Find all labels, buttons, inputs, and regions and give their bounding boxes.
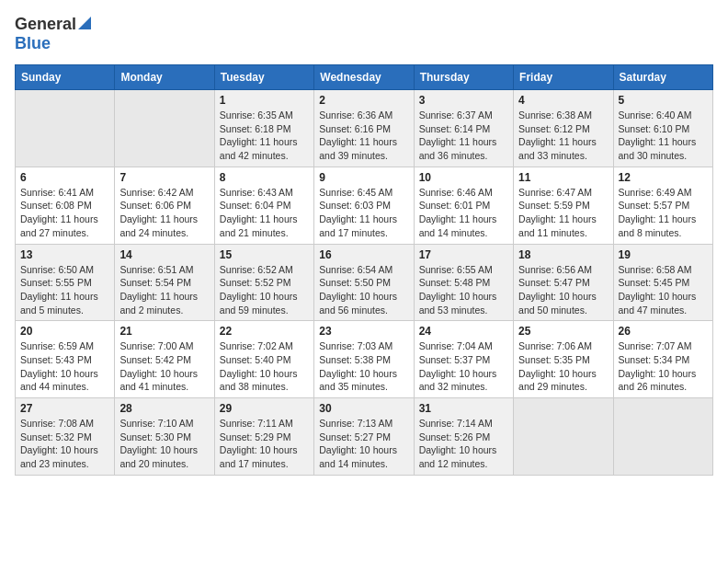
day-detail: Sunrise: 7:04 AMSunset: 5:37 PMDaylight:… bbox=[419, 339, 508, 394]
day-number: 14 bbox=[119, 248, 209, 261]
day-number: 13 bbox=[20, 248, 109, 261]
calendar-cell bbox=[613, 398, 712, 476]
day-number: 4 bbox=[518, 94, 608, 107]
calendar-cell: 27Sunrise: 7:08 AMSunset: 5:32 PMDayligh… bbox=[16, 398, 115, 476]
day-detail: Sunrise: 6:35 AMSunset: 6:18 PMDaylight:… bbox=[220, 109, 309, 163]
calendar-cell: 26Sunrise: 7:07 AMSunset: 5:34 PMDayligh… bbox=[613, 321, 712, 398]
day-number: 2 bbox=[319, 94, 408, 107]
calendar-cell: 11Sunrise: 6:47 AMSunset: 5:59 PMDayligh… bbox=[514, 167, 613, 244]
calendar-table: SundayMondayTuesdayWednesdayThursdayFrid… bbox=[15, 64, 713, 476]
calendar-cell: 20Sunrise: 6:59 AMSunset: 5:43 PMDayligh… bbox=[16, 321, 115, 398]
day-detail: Sunrise: 6:52 AMSunset: 5:52 PMDaylight:… bbox=[220, 263, 309, 317]
day-detail: Sunrise: 6:54 AMSunset: 5:50 PMDaylight:… bbox=[319, 263, 408, 317]
calendar-cell: 29Sunrise: 7:11 AMSunset: 5:29 PMDayligh… bbox=[214, 398, 313, 476]
day-number: 21 bbox=[119, 325, 209, 338]
day-number: 6 bbox=[20, 171, 109, 184]
day-number: 12 bbox=[619, 171, 708, 184]
day-detail: Sunrise: 6:38 AMSunset: 6:12 PMDaylight:… bbox=[518, 109, 608, 163]
day-number: 18 bbox=[518, 248, 608, 261]
day-detail: Sunrise: 6:46 AMSunset: 6:01 PMDaylight:… bbox=[419, 186, 508, 240]
day-detail: Sunrise: 6:50 AMSunset: 5:55 PMDaylight:… bbox=[20, 263, 109, 317]
calendar-week-3: 13Sunrise: 6:50 AMSunset: 5:55 PMDayligh… bbox=[16, 244, 713, 321]
day-detail: Sunrise: 6:45 AMSunset: 6:03 PMDaylight:… bbox=[319, 186, 408, 240]
day-number: 9 bbox=[319, 171, 408, 184]
weekday-header-thursday: Thursday bbox=[414, 65, 513, 90]
day-detail: Sunrise: 7:00 AMSunset: 5:42 PMDaylight:… bbox=[119, 339, 209, 394]
logo-blue: Blue bbox=[15, 34, 51, 52]
calendar-cell: 30Sunrise: 7:13 AMSunset: 5:27 PMDayligh… bbox=[314, 398, 414, 476]
day-detail: Sunrise: 7:07 AMSunset: 5:34 PMDaylight:… bbox=[619, 339, 708, 394]
day-detail: Sunrise: 7:06 AMSunset: 5:35 PMDaylight:… bbox=[518, 339, 608, 394]
day-detail: Sunrise: 6:47 AMSunset: 5:59 PMDaylight:… bbox=[518, 186, 608, 240]
calendar-cell: 7Sunrise: 6:42 AMSunset: 6:06 PMDaylight… bbox=[115, 167, 214, 244]
svg-marker-0 bbox=[78, 17, 91, 29]
day-number: 20 bbox=[20, 325, 109, 338]
day-number: 28 bbox=[119, 402, 209, 415]
day-detail: Sunrise: 7:08 AMSunset: 5:32 PMDaylight:… bbox=[20, 417, 109, 471]
day-number: 22 bbox=[220, 325, 309, 338]
calendar-cell: 14Sunrise: 6:51 AMSunset: 5:54 PMDayligh… bbox=[115, 244, 214, 321]
weekday-header-monday: Monday bbox=[115, 65, 214, 90]
day-detail: Sunrise: 6:51 AMSunset: 5:54 PMDaylight:… bbox=[119, 263, 209, 317]
day-detail: Sunrise: 7:10 AMSunset: 5:30 PMDaylight:… bbox=[119, 417, 209, 471]
calendar-cell: 23Sunrise: 7:03 AMSunset: 5:38 PMDayligh… bbox=[314, 321, 414, 398]
day-number: 3 bbox=[419, 94, 508, 107]
calendar-cell bbox=[115, 90, 214, 167]
calendar-cell: 24Sunrise: 7:04 AMSunset: 5:37 PMDayligh… bbox=[414, 321, 513, 398]
calendar-cell: 9Sunrise: 6:45 AMSunset: 6:03 PMDaylight… bbox=[314, 167, 414, 244]
day-number: 16 bbox=[319, 248, 408, 261]
calendar-cell bbox=[514, 398, 613, 476]
day-number: 23 bbox=[319, 325, 408, 338]
day-number: 19 bbox=[619, 248, 708, 261]
day-detail: Sunrise: 6:58 AMSunset: 5:45 PMDaylight:… bbox=[619, 263, 708, 317]
day-detail: Sunrise: 7:14 AMSunset: 5:26 PMDaylight:… bbox=[419, 417, 508, 471]
weekday-header-tuesday: Tuesday bbox=[214, 65, 313, 90]
day-number: 5 bbox=[619, 94, 708, 107]
day-number: 1 bbox=[220, 94, 309, 107]
weekday-header-saturday: Saturday bbox=[613, 65, 712, 90]
calendar-cell: 22Sunrise: 7:02 AMSunset: 5:40 PMDayligh… bbox=[214, 321, 313, 398]
calendar-week-4: 20Sunrise: 6:59 AMSunset: 5:43 PMDayligh… bbox=[16, 321, 713, 398]
calendar-cell: 16Sunrise: 6:54 AMSunset: 5:50 PMDayligh… bbox=[314, 244, 414, 321]
weekday-header-sunday: Sunday bbox=[16, 65, 115, 90]
calendar-cell: 4Sunrise: 6:38 AMSunset: 6:12 PMDaylight… bbox=[514, 90, 613, 167]
day-detail: Sunrise: 6:59 AMSunset: 5:43 PMDaylight:… bbox=[20, 339, 109, 394]
calendar-cell: 3Sunrise: 6:37 AMSunset: 6:14 PMDaylight… bbox=[414, 90, 513, 167]
day-detail: Sunrise: 7:11 AMSunset: 5:29 PMDaylight:… bbox=[220, 417, 309, 471]
day-detail: Sunrise: 6:40 AMSunset: 6:10 PMDaylight:… bbox=[619, 109, 708, 163]
calendar-cell: 21Sunrise: 7:00 AMSunset: 5:42 PMDayligh… bbox=[115, 321, 214, 398]
day-number: 29 bbox=[220, 402, 309, 415]
calendar-cell: 6Sunrise: 6:41 AMSunset: 6:08 PMDaylight… bbox=[16, 167, 115, 244]
calendar-cell: 8Sunrise: 6:43 AMSunset: 6:04 PMDaylight… bbox=[214, 167, 313, 244]
day-number: 15 bbox=[220, 248, 309, 261]
day-number: 31 bbox=[419, 402, 508, 415]
day-number: 26 bbox=[619, 325, 708, 338]
day-number: 8 bbox=[220, 171, 309, 184]
day-number: 30 bbox=[319, 402, 408, 415]
calendar-cell: 5Sunrise: 6:40 AMSunset: 6:10 PMDaylight… bbox=[613, 90, 712, 167]
calendar-week-2: 6Sunrise: 6:41 AMSunset: 6:08 PMDaylight… bbox=[16, 167, 713, 244]
calendar-cell: 15Sunrise: 6:52 AMSunset: 5:52 PMDayligh… bbox=[214, 244, 313, 321]
day-detail: Sunrise: 6:56 AMSunset: 5:47 PMDaylight:… bbox=[518, 263, 608, 317]
day-number: 17 bbox=[419, 248, 508, 261]
calendar-cell: 12Sunrise: 6:49 AMSunset: 5:57 PMDayligh… bbox=[613, 167, 712, 244]
day-detail: Sunrise: 6:49 AMSunset: 5:57 PMDaylight:… bbox=[619, 186, 708, 240]
logo-arrow bbox=[78, 17, 91, 33]
day-detail: Sunrise: 6:55 AMSunset: 5:48 PMDaylight:… bbox=[419, 263, 508, 317]
weekday-header-wednesday: Wednesday bbox=[314, 65, 414, 90]
day-number: 27 bbox=[20, 402, 109, 415]
calendar-header-row: SundayMondayTuesdayWednesdayThursdayFrid… bbox=[16, 65, 713, 90]
day-detail: Sunrise: 7:02 AMSunset: 5:40 PMDaylight:… bbox=[220, 339, 309, 394]
calendar-cell: 28Sunrise: 7:10 AMSunset: 5:30 PMDayligh… bbox=[115, 398, 214, 476]
logo-general: General bbox=[15, 15, 76, 34]
day-detail: Sunrise: 7:03 AMSunset: 5:38 PMDaylight:… bbox=[319, 339, 408, 394]
day-detail: Sunrise: 6:37 AMSunset: 6:14 PMDaylight:… bbox=[419, 109, 508, 163]
calendar-cell: 19Sunrise: 6:58 AMSunset: 5:45 PMDayligh… bbox=[613, 244, 712, 321]
calendar-cell: 13Sunrise: 6:50 AMSunset: 5:55 PMDayligh… bbox=[16, 244, 115, 321]
day-detail: Sunrise: 7:13 AMSunset: 5:27 PMDaylight:… bbox=[319, 417, 408, 471]
calendar-cell: 1Sunrise: 6:35 AMSunset: 6:18 PMDaylight… bbox=[214, 90, 313, 167]
calendar-cell bbox=[16, 90, 115, 167]
page-header: General Blue bbox=[15, 15, 713, 53]
calendar-cell: 25Sunrise: 7:06 AMSunset: 5:35 PMDayligh… bbox=[514, 321, 613, 398]
calendar-cell: 18Sunrise: 6:56 AMSunset: 5:47 PMDayligh… bbox=[514, 244, 613, 321]
